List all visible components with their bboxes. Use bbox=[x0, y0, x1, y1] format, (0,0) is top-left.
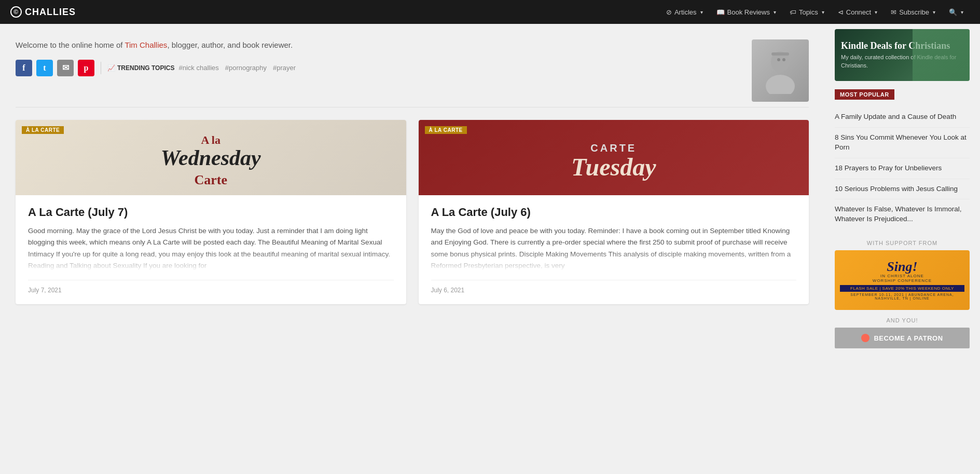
popular-link-3[interactable]: 18 Prayers to Pray for Unbelievers bbox=[835, 164, 942, 172]
site-description: Welcome to the online home of Tim Challi… bbox=[16, 39, 296, 51]
subscribe-chevron: ▾ bbox=[933, 9, 935, 15]
sing-banner[interactable]: Sing! IN CHRIST ALONE WORSHIP CONFERENCE… bbox=[835, 250, 970, 310]
connect-chevron: ▾ bbox=[875, 9, 877, 15]
article-body-july7: A La Carte (July 7) Good morning. May th… bbox=[16, 195, 406, 304]
svg-rect-4 bbox=[771, 52, 789, 56]
topics-chevron: ▾ bbox=[822, 9, 824, 15]
main-nav: © CHALLIES ⊘ Articles ▾ 📖 Book Reviews ▾… bbox=[0, 0, 980, 24]
articles-grid: À LA CARTE A la Wednesday Carte A La Car… bbox=[16, 120, 809, 304]
tag-nick-challies[interactable]: #nick challies bbox=[178, 64, 218, 72]
tuesday-title-art: CARTE Tuesday bbox=[571, 136, 656, 180]
popular-link-2[interactable]: 8 Sins You Commit Whenever You Look at P… bbox=[835, 133, 967, 151]
nav-subscribe[interactable]: ✉ Subscribe ▾ bbox=[885, 0, 942, 24]
article-card-july7: À LA CARTE A la Wednesday Carte A La Car… bbox=[16, 120, 406, 304]
nav-search[interactable]: 🔍 ▾ bbox=[943, 0, 970, 24]
and-you-label: AND YOU! bbox=[835, 317, 970, 323]
popular-item-4: 10 Serious Problems with Jesus Calling bbox=[835, 179, 970, 200]
tag-prayer[interactable]: #prayer bbox=[273, 64, 296, 72]
article-title-july6[interactable]: A La Carte (July 6) bbox=[431, 206, 797, 219]
article-excerpt-july7: Good morning. May the grace of the Lord … bbox=[28, 225, 394, 272]
patreon-icon bbox=[861, 334, 869, 342]
svg-point-1 bbox=[766, 75, 795, 94]
articles-chevron: ▾ bbox=[700, 9, 703, 15]
become-patron-button[interactable]: BECOME A PATRON bbox=[835, 328, 970, 348]
article-image-wednesday: À LA CARTE A la Wednesday Carte bbox=[16, 120, 406, 195]
page-wrapper: Welcome to the online home of Tim Challi… bbox=[0, 24, 980, 354]
facebook-icon[interactable]: f bbox=[16, 60, 32, 76]
sing-location: SEPTEMBER 10-11, 2021 | ABUNDANCE ARENA,… bbox=[840, 293, 964, 300]
pinterest-icon[interactable]: p bbox=[78, 60, 94, 76]
trending-label: 📈 TRENDING TOPICS bbox=[107, 64, 174, 72]
article-image-tuesday: À LA CARTE CARTE Tuesday bbox=[419, 120, 809, 195]
main-content: Welcome to the online home of Tim Challi… bbox=[0, 24, 824, 354]
article-card-july6: À LA CARTE CARTE Tuesday A La Carte (Jul… bbox=[419, 120, 809, 304]
carte-badge-wednesday: À LA CARTE bbox=[22, 126, 64, 134]
sidebar: Kindle Deals for Christians My daily, cu… bbox=[824, 24, 980, 354]
logo-icon: © bbox=[10, 6, 22, 18]
sing-sub: IN CHRIST ALONE bbox=[840, 274, 964, 278]
nav-book-reviews[interactable]: 📖 Book Reviews ▾ bbox=[710, 0, 782, 24]
article-body-july6: A La Carte (July 6) May the God of love … bbox=[419, 195, 809, 304]
nav-articles[interactable]: ⊘ Articles ▾ bbox=[660, 0, 709, 24]
author-avatar bbox=[752, 39, 809, 102]
header-left: Welcome to the online home of Tim Challi… bbox=[16, 39, 296, 87]
section-divider bbox=[16, 107, 809, 107]
wednesday-title-art: A la Wednesday Carte bbox=[161, 128, 261, 187]
trending-tags: #nick challies #pornography #prayer bbox=[178, 64, 296, 72]
social-trending-bar: f t ✉ p 📈 TRENDING TOPICS #nick challies… bbox=[16, 60, 296, 76]
sing-flash: FLASH SALE | SAVE 20% THIS WEEKEND ONLY bbox=[840, 285, 964, 292]
article-date-july6: July 6, 2021 bbox=[431, 280, 797, 294]
sing-title: Sing! bbox=[840, 260, 964, 274]
logo-text: CHALLIES bbox=[25, 7, 76, 18]
author-link[interactable]: Tim Challies bbox=[125, 40, 167, 49]
nav-topics[interactable]: 🏷 Topics ▾ bbox=[783, 0, 831, 24]
divider bbox=[101, 62, 101, 74]
trending-chart-icon: 📈 bbox=[107, 64, 115, 72]
search-chevron: ▾ bbox=[961, 9, 963, 15]
site-logo[interactable]: © CHALLIES bbox=[10, 6, 76, 18]
popular-link-4[interactable]: 10 Serious Problems with Jesus Calling bbox=[835, 185, 958, 193]
carte-badge-tuesday: À LA CARTE bbox=[425, 126, 467, 134]
article-date-july7: July 7, 2021 bbox=[28, 280, 394, 294]
search-icon: 🔍 bbox=[949, 8, 957, 16]
support-label: WITH SUPPORT FROM bbox=[835, 240, 970, 246]
articles-icon: ⊘ bbox=[666, 8, 672, 16]
nav-items: ⊘ Articles ▾ 📖 Book Reviews ▾ 🏷 Topics ▾… bbox=[660, 0, 970, 24]
popular-item-1: A Family Update and a Cause of Death bbox=[835, 107, 970, 128]
envelope-icon: ✉ bbox=[891, 8, 896, 16]
sing-banner-inner: Sing! IN CHRIST ALONE WORSHIP CONFERENCE… bbox=[835, 255, 970, 305]
popular-item-2: 8 Sins You Commit Whenever You Look at P… bbox=[835, 128, 970, 158]
book-reviews-chevron: ▾ bbox=[774, 9, 776, 15]
most-popular-badge: MOST POPULAR bbox=[835, 89, 894, 100]
nav-connect[interactable]: ⊲ Connect ▾ bbox=[832, 0, 884, 24]
site-header: Welcome to the online home of Tim Challi… bbox=[16, 39, 809, 102]
kindle-image bbox=[913, 29, 970, 81]
tag-pornography[interactable]: #pornography bbox=[225, 64, 267, 72]
email-icon[interactable]: ✉ bbox=[57, 60, 74, 76]
popular-item-3: 18 Prayers to Pray for Unbelievers bbox=[835, 158, 970, 179]
tag-icon: 🏷 bbox=[790, 8, 796, 16]
book-icon: 📖 bbox=[716, 8, 725, 16]
twitter-icon[interactable]: t bbox=[36, 60, 53, 76]
sing-sub2: WORSHIP CONFERENCE bbox=[840, 278, 964, 283]
popular-list: A Family Update and a Cause of Death 8 S… bbox=[835, 107, 970, 229]
share-icon: ⊲ bbox=[838, 8, 844, 16]
article-title-july7[interactable]: A La Carte (July 7) bbox=[28, 206, 394, 219]
svg-point-2 bbox=[777, 58, 780, 61]
popular-item-5: Whatever Is False, Whatever Is Immoral, … bbox=[835, 199, 970, 229]
popular-link-5[interactable]: Whatever Is False, Whatever Is Immoral, … bbox=[835, 205, 962, 223]
svg-point-3 bbox=[782, 58, 785, 61]
article-excerpt-july6: May the God of love and peace be with yo… bbox=[431, 225, 797, 272]
kindle-banner[interactable]: Kindle Deals for Christians My daily, cu… bbox=[835, 29, 970, 81]
popular-link-1[interactable]: A Family Update and a Cause of Death bbox=[835, 113, 956, 120]
